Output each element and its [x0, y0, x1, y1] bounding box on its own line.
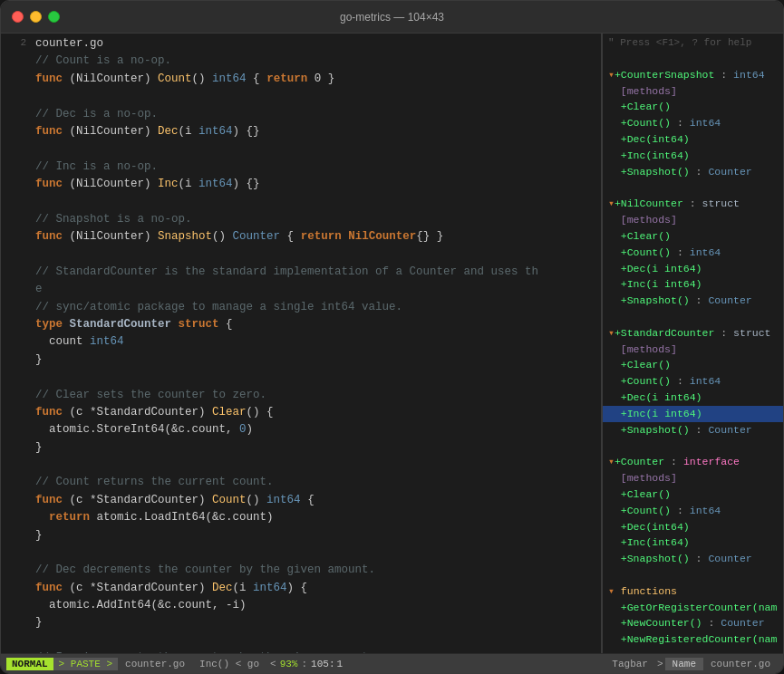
tagbar-line: +Snapshot() : Counter [603, 551, 783, 567]
maximize-button[interactable] [48, 11, 60, 23]
tagbar-line [603, 180, 783, 197]
code-line: func (c *StandardCounter) Count() int64 … [1, 492, 601, 509]
code-line: func (NilCounter) Count() int64 { return… [1, 71, 601, 88]
tagbar-line: [methods] [603, 470, 783, 486]
tagbar-line: +Dec(i int64) [603, 390, 783, 406]
tagbar-line: +Dec(int64) [603, 519, 783, 535]
tagbar-section: ▾+Counter : interface [603, 454, 783, 470]
code-line: 2 counter.go [1, 35, 601, 53]
code-line [1, 246, 601, 264]
statusbar: NORMAL > PASTE > counter.go Inc() < go <… [1, 653, 783, 673]
code-line: // Dec is a no-op. [1, 106, 601, 123]
code-line: type StandardCounter struct { [1, 316, 601, 333]
tagbar-line [603, 438, 783, 455]
tagbar-line: [methods] [603, 83, 783, 100]
paste-indicator: > PASTE > [53, 658, 118, 670]
status-right: Tagbar > Name counter.go [605, 658, 778, 670]
tagbar-line: +Dec(i int64) [603, 261, 783, 277]
tagbar-line: +NewCounter() : Counter [603, 615, 783, 631]
status-arrow: < [266, 659, 280, 669]
code-line [1, 140, 601, 158]
code-line: // sync/atomic package to manage a singl… [1, 299, 601, 316]
tagbar-section: ▾ functions [603, 583, 783, 600]
window: go-metrics — 104×43 2 counter.go // Coun… [0, 0, 784, 674]
tagbar-line: +Inc(int64) [603, 534, 783, 551]
name-label: Name [665, 658, 703, 670]
status-line: 105: [311, 659, 334, 669]
tagbar-section: ▾+NilCounter : struct [603, 196, 783, 212]
status-percent: 93% [280, 659, 298, 669]
tagbar-content[interactable]: " Press <F1>, ? for help ▾+CounterSnapsh… [603, 34, 783, 653]
status-right-file: counter.go [703, 658, 778, 670]
editor-pane[interactable]: 2 counter.go // Count is a no-op. func (… [1, 34, 602, 653]
code-line [1, 369, 601, 386]
tagbar-line: +Clear() [603, 486, 783, 503]
code-area[interactable]: 2 counter.go // Count is a no-op. func (… [1, 34, 601, 653]
code-line [1, 632, 601, 650]
code-line: func (NilCounter) Snapshot() Counter { r… [1, 228, 601, 246]
tagbar-line: +Inc(int64) [603, 148, 783, 164]
status-colon: : [297, 659, 311, 669]
code-line: // Clear sets the counter to zero. [1, 387, 601, 404]
tagbar-line: +Clear() [603, 357, 783, 373]
code-line: } [1, 527, 601, 544]
tagbar-line: +Count() : int64 [603, 245, 783, 261]
code-line: // Dec decrements the counter by the giv… [1, 562, 601, 579]
tagbar-line: +Snapshot() : Counter [603, 164, 783, 180]
code-line: return atomic.LoadInt64(&c.count) [1, 509, 601, 526]
status-filename: counter.go [118, 658, 192, 670]
tagbar-line: [methods] [603, 342, 783, 358]
code-line: func (c *StandardCounter) Dec(i int64) { [1, 580, 601, 597]
window-title: go-metrics — 104×43 [340, 11, 444, 24]
tagbar-line: +Snapshot() : Counter [603, 293, 783, 309]
tagbar-line: +NewRegisteredCounter(nam [603, 631, 783, 648]
code-line: } [1, 439, 601, 457]
vim-mode: NORMAL [6, 658, 53, 670]
tagbar-line: +GetOrRegisterCounter(nam [603, 600, 783, 616]
tagbar-line: +Count() : int64 [603, 373, 783, 390]
code-line: // Inc is a no-op. [1, 159, 601, 176]
tagbar-line: +Count() : int64 [603, 503, 783, 519]
code-line: // Count is a no-op. [1, 53, 601, 70]
tagbar-line: [methods] [603, 212, 783, 228]
close-button[interactable] [12, 11, 24, 23]
code-line: func (NilCounter) Inc(i int64) {} [1, 176, 601, 193]
main-area: 2 counter.go // Count is a no-op. func (… [1, 34, 783, 653]
code-line [1, 193, 601, 210]
code-line [1, 544, 601, 562]
tagbar-line [603, 309, 783, 325]
tagbar-line-highlighted: +Inc(i int64) [603, 406, 783, 422]
status-func: Inc() < go [192, 658, 266, 670]
tagbar-line [603, 51, 783, 67]
tagbar-hint: " Press <F1>, ? for help [603, 35, 783, 51]
tagbar-label: Tagbar [605, 658, 655, 670]
tagbar-line: +Clear() [603, 228, 783, 245]
status-gt: > [655, 659, 665, 669]
code-line: func (NilCounter) Dec(i int64) {} [1, 123, 601, 140]
code-line: atomic.StoreInt64(&c.count, 0) [1, 421, 601, 438]
tagbar-line [603, 567, 783, 583]
titlebar: go-metrics — 104×43 [1, 1, 783, 34]
code-line: // Snapshot is a no-op. [1, 211, 601, 228]
code-line [1, 88, 601, 105]
code-line: e [1, 281, 601, 298]
code-line: atomic.AddInt64(&c.count, -i) [1, 597, 601, 614]
code-line: } [1, 351, 601, 369]
tagbar-line: +Inc(i int64) [603, 276, 783, 293]
tagbar-pane: " Press <F1>, ? for help ▾+CounterSnapsh… [602, 34, 783, 653]
tagbar-line: +Snapshot() : Counter [603, 422, 783, 438]
code-line: // Count returns the current count. [1, 474, 601, 491]
tagbar-line: +Clear() [603, 99, 783, 115]
minimize-button[interactable] [30, 11, 42, 23]
tagbar-section: ▾+CounterSnapshot : int64 [603, 67, 783, 83]
traffic-lights [12, 11, 60, 23]
status-col: 1 [337, 659, 344, 669]
code-line: // StandardCounter is the standard imple… [1, 264, 601, 281]
tagbar-line: +Dec(int64) [603, 131, 783, 148]
code-line: } [1, 614, 601, 631]
code-line [1, 457, 601, 474]
tagbar-section: ▾+StandardCounter : struct [603, 325, 783, 342]
code-line: count int64 [1, 333, 601, 351]
tagbar-line: +Count() : int64 [603, 115, 783, 131]
code-line: func (c *StandardCounter) Clear() { [1, 404, 601, 421]
